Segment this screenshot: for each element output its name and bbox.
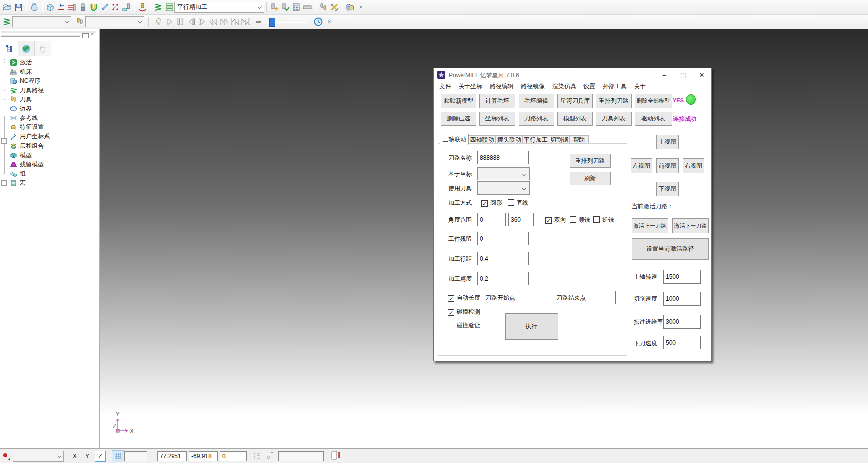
- cross-arrows-icon[interactable]: [329, 1, 340, 13]
- reorder-toolpaths-form-button[interactable]: 重排列刀路: [570, 154, 611, 168]
- pause-icon[interactable]: [175, 16, 186, 28]
- coord-list-button[interactable]: 坐标列表: [479, 112, 515, 126]
- lightbulb-icon[interactable]: [153, 16, 164, 28]
- delete-all-models-button[interactable]: 删除全部模型: [635, 94, 672, 108]
- measure-field[interactable]: [278, 451, 324, 461]
- save-icon[interactable]: [13, 1, 24, 13]
- skip-end-icon[interactable]: [240, 16, 251, 28]
- view-left-button[interactable]: 左视图: [631, 158, 652, 173]
- menu-about[interactable]: 关于: [634, 82, 646, 91]
- toolbar-close-icon[interactable]: ×: [355, 1, 366, 13]
- method-circle-checkbox[interactable]: ✓圆形: [481, 199, 502, 207]
- toolpath-icon[interactable]: [153, 1, 164, 13]
- cursor-y-field[interactable]: [189, 451, 218, 461]
- plunge-feed-input[interactable]: [663, 336, 701, 349]
- menu-path-edit[interactable]: 路径编辑: [490, 82, 514, 91]
- step-back-icon[interactable]: [186, 16, 197, 28]
- block-icon[interactable]: [45, 1, 56, 13]
- edit-stock-button[interactable]: 毛坯编辑: [519, 94, 554, 108]
- tools-pair-icon[interactable]: [318, 1, 329, 13]
- ball-tool-icon[interactable]: [77, 1, 88, 13]
- maximize-button[interactable]: ▢: [674, 68, 693, 81]
- sim-toolbar-close-icon[interactable]: ×: [324, 16, 335, 28]
- expand-icon[interactable]: +: [1, 180, 7, 186]
- cursor-x-field[interactable]: [157, 451, 187, 461]
- close-button[interactable]: ✕: [693, 68, 711, 81]
- ruler-icon[interactable]: [302, 1, 313, 13]
- tool-spark-icon[interactable]: [269, 1, 280, 13]
- x-axis-button[interactable]: X: [70, 451, 80, 461]
- activate-prev-toolpath-button[interactable]: 激活上一刀路: [632, 218, 668, 233]
- tree-item-workplanes[interactable]: 用户坐标系: [10, 132, 50, 141]
- drive-list-button[interactable]: 驱动列表: [635, 112, 672, 126]
- use-tool-combo[interactable]: [477, 181, 530, 195]
- auto-length-checkbox[interactable]: ✓自动长度: [448, 294, 480, 302]
- calculator-icon[interactable]: [291, 1, 302, 13]
- tree-item-feature-sets[interactable]: 特征设置: [10, 122, 44, 131]
- set-active-path-button[interactable]: 设置当前激活路径: [632, 238, 709, 260]
- strategy-list-icon[interactable]: [164, 1, 174, 13]
- view-front-button[interactable]: 前视图: [656, 158, 679, 173]
- tab-recycle-bin[interactable]: [34, 41, 51, 56]
- base-coord-combo[interactable]: [477, 167, 530, 180]
- tree-item-models[interactable]: 模型: [10, 151, 32, 160]
- tree-item-nc-programs[interactable]: NC程序: [10, 76, 40, 85]
- expand-icon[interactable]: +: [1, 138, 7, 144]
- draw-point-button[interactable]: [2, 452, 11, 461]
- bidirectional-checkbox[interactable]: ✓双向: [545, 216, 566, 224]
- tree-item-stock-models[interactable]: 残留模型: [10, 160, 44, 169]
- collision-avoid-checkbox[interactable]: 碰撞避让: [448, 321, 480, 330]
- delete-selected-button[interactable]: 删除已选: [441, 112, 476, 126]
- method-line-checkbox[interactable]: 直线: [508, 199, 528, 207]
- reorder-toolpaths-button[interactable]: 重排列刀路: [596, 94, 632, 108]
- play-icon[interactable]: [164, 16, 175, 28]
- conventional-mill-checkbox[interactable]: 逆铣: [593, 216, 614, 224]
- tree-item-macros[interactable]: 宏: [10, 178, 26, 187]
- speed-slider[interactable]: [256, 17, 308, 26]
- step-forward-icon[interactable]: [197, 16, 208, 28]
- climb-mill-checkbox[interactable]: 顺铣: [570, 216, 590, 224]
- tree-item-patterns[interactable]: 参考线: [10, 114, 38, 122]
- tool-library-button[interactable]: 星河刀具库: [557, 94, 593, 108]
- fast-forward-icon[interactable]: [219, 16, 230, 28]
- view-right-button[interactable]: 右视图: [683, 158, 704, 173]
- view-top-button[interactable]: 上视图: [656, 135, 679, 149]
- tool-list-button[interactable]: 刀具列表: [596, 112, 632, 126]
- panel-close-icon[interactable]: ×: [91, 31, 94, 37]
- float-panel-icon[interactable]: [82, 33, 89, 38]
- toolbar-gripper[interactable]: [1, 34, 80, 37]
- tool-arc-icon[interactable]: [137, 1, 148, 13]
- rewind-icon[interactable]: [208, 16, 219, 28]
- tool-block-icon[interactable]: [121, 1, 132, 13]
- tree-item-machine[interactable]: 机床: [10, 67, 32, 76]
- open-icon[interactable]: [2, 1, 13, 13]
- stepover-input[interactable]: [477, 252, 529, 265]
- print-icon[interactable]: [29, 1, 40, 13]
- activate-next-toolpath-button[interactable]: 激活下一刀路: [672, 218, 709, 233]
- menu-external-tools[interactable]: 外部工具: [603, 82, 627, 91]
- toolpath-arrow-icon[interactable]: [56, 1, 66, 13]
- stock-allowance-input[interactable]: [477, 232, 529, 245]
- tolerance-input[interactable]: [477, 272, 529, 285]
- tree-item-tools[interactable]: 刀具: [10, 95, 32, 104]
- menu-path-mirror[interactable]: 路径镜像: [521, 82, 545, 91]
- skip-start-icon[interactable]: [230, 16, 240, 28]
- y-axis-button[interactable]: Y: [82, 451, 92, 461]
- end-point-input[interactable]: [587, 291, 616, 304]
- tab-explorer-tree[interactable]: [1, 40, 18, 57]
- angle-to-input[interactable]: [508, 213, 534, 226]
- dialog-titlebar[interactable]: PowerMILL 忆梦星河 7.0.6 – ▢ ✕: [434, 68, 711, 82]
- status-combo[interactable]: [13, 451, 64, 462]
- strategy-combo[interactable]: 平行精加工: [174, 2, 264, 13]
- probe-icon[interactable]: [266, 451, 274, 461]
- model-list-button[interactable]: 模型列表: [557, 112, 593, 126]
- skim-feed-input[interactable]: [663, 315, 701, 329]
- grid-toggle-button[interactable]: [112, 450, 124, 462]
- slider-handle[interactable]: [269, 18, 275, 27]
- collision-check-icon[interactable]: [88, 1, 99, 13]
- minimize-button[interactable]: –: [655, 68, 674, 81]
- xyz-list-icon[interactable]: xyz: [254, 451, 262, 461]
- collision-check-checkbox[interactable]: ✓碰撞检测: [448, 308, 480, 316]
- clock-icon[interactable]: [313, 16, 324, 28]
- menu-coords[interactable]: 关于坐标: [459, 82, 482, 91]
